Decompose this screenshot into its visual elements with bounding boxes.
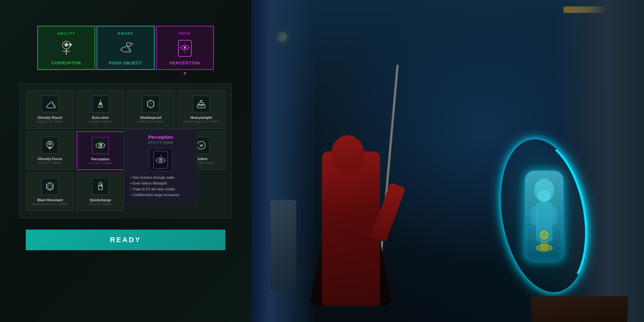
perk-type-shatterproof: MOBILITY PERK <box>137 120 164 123</box>
perk-cell-perception[interactable]: Perception UTILITY PERK Perception UTILI… <box>77 131 125 170</box>
svg-point-13 <box>99 103 101 105</box>
svg-point-40 <box>551 206 558 225</box>
armor-figure <box>270 200 296 290</box>
tab-ability[interactable]: ABILITY CORRUPTOR <box>37 26 95 70</box>
perk-grid-wrapper: Ghostly Reach MOBILITY PERK Ecto-slow HI… <box>19 83 232 218</box>
tab-ability-name: CORRUPTOR <box>52 61 81 65</box>
perk-icon-heavyweight: + <box>193 96 210 112</box>
tab-ability-label: ABILITY <box>57 32 76 35</box>
left-panel: ABILITY CORRUPTOR HAUNT <box>0 0 251 322</box>
svg-point-26 <box>100 145 101 146</box>
perk-cell-ecto-slow[interactable]: Ecto-slow HIDING PERK <box>77 90 125 129</box>
perk-icon-ecto-slow <box>92 96 109 112</box>
tab-perk[interactable]: PERK PERCEPTION <box>156 26 214 70</box>
perk-name-blast-resistant: Blast Resistant <box>37 198 63 202</box>
red-character <box>309 119 399 306</box>
tab-perk-icon <box>175 39 194 58</box>
perk-type-glutton: SUPPORT PERK <box>188 161 214 165</box>
svg-point-30 <box>160 159 162 161</box>
perk-type-ghostly-reach: MOBILITY PERK <box>37 120 63 123</box>
svg-point-8 <box>185 47 186 48</box>
tab-haunt-icon <box>116 39 135 58</box>
svg-text:↑: ↑ <box>150 101 152 106</box>
perk-icon-perception <box>92 137 109 154</box>
svg-point-37 <box>538 190 551 203</box>
perk-grid-row1: Ghostly Reach MOBILITY PERK Ecto-slow HI… <box>26 90 225 129</box>
perk-grid-row3: Blast Resistant SURVIVABILITY PERK Quick… <box>26 173 225 211</box>
tab-haunt[interactable]: HAUNT PUSH OBJECT <box>97 26 155 70</box>
ghost-body <box>525 171 564 261</box>
char-head <box>332 135 364 171</box>
tabs-row: ABILITY CORRUPTOR HAUNT <box>19 26 232 70</box>
perk-type-ecto-slow: HIDING PERK <box>89 120 112 123</box>
perk-name-ghostly-reach: Ghostly Reach <box>38 116 62 119</box>
perk-icon-ghostly-reach <box>42 96 58 112</box>
ready-button[interactable]: READY <box>26 230 225 250</box>
ghost-entity <box>502 135 586 296</box>
perk-cell-shatterproof[interactable]: ↑ Shatterproof MOBILITY PERK <box>127 90 175 129</box>
svg-point-43 <box>540 231 548 239</box>
perk-type-heavyweight: SURVIVABILITY PERK <box>183 120 219 123</box>
perk-icon-blast-resistant <box>42 178 58 195</box>
perk-type-ghostly-focus: UTILITY PERK <box>38 161 62 165</box>
right-panel <box>251 0 644 322</box>
perk-type-blast-resistant: SURVIVABILITY PERK <box>32 203 68 206</box>
perk-icon-quickcharge <box>92 178 109 195</box>
perk-name-quickcharge: Quickcharge <box>90 198 111 202</box>
tab-haunt-name: PUSH OBJECT <box>109 61 142 65</box>
perk-cell-blast-resistant[interactable]: Blast Resistant SURVIVABILITY PERK <box>26 173 74 211</box>
perk-cell-heavyweight[interactable]: + Heavyweight SURVIVABILITY PERK <box>177 90 225 129</box>
svg-text:+: + <box>200 105 202 108</box>
svg-point-39 <box>531 206 537 225</box>
tab-perk-label: PERK <box>179 32 191 35</box>
svg-rect-27 <box>154 151 168 168</box>
perk-name-ecto-slow: Ecto-slow <box>92 116 109 119</box>
perk-icon-ghostly-focus <box>42 137 58 154</box>
perk-grid-row2: Ghostly Focus UTILITY PERK Perception UT… <box>26 131 225 170</box>
tab-haunt-label: HAUNT <box>118 32 134 35</box>
tab-ability-icon <box>57 39 76 58</box>
svg-point-21 <box>48 142 52 146</box>
ghost-svg <box>525 171 564 261</box>
tab-perk-name: PERCEPTION <box>170 61 200 65</box>
perk-name-heavyweight: Heavyweight <box>190 116 212 119</box>
perk-cell-glutton[interactable]: Glutton SUPPORT PERK <box>177 131 225 170</box>
perk-type-quickcharge: UTILITY PERK <box>89 203 112 206</box>
perk-icon-glutton <box>193 137 210 154</box>
perk-cell-quickcharge[interactable]: Quickcharge UTILITY PERK <box>77 173 125 211</box>
perk-name-ghostly-focus: Ghostly Focus <box>38 157 62 161</box>
perk-name-perception: Perception <box>91 157 109 161</box>
perk-icon-shatterproof: ↑ <box>142 96 159 112</box>
svg-point-1 <box>64 43 68 47</box>
svg-point-34 <box>201 145 202 147</box>
perk-type-perception: UTILITY PERK <box>89 162 112 165</box>
perk-cell-ghostly-focus[interactable]: Ghostly Focus UTILITY PERK <box>26 131 74 170</box>
svg-rect-42 <box>541 242 547 250</box>
perk-cell-ghostly-reach[interactable]: Ghostly Reach MOBILITY PERK <box>26 90 74 129</box>
perk-name-glutton: Glutton <box>195 157 207 161</box>
tooltip-icon <box>149 148 172 171</box>
svg-point-29 <box>159 159 162 162</box>
char-body <box>322 151 380 306</box>
perk-name-shatterproof: Shatterproof <box>140 116 161 119</box>
table-furniture <box>531 296 628 322</box>
svg-point-28 <box>156 158 165 163</box>
